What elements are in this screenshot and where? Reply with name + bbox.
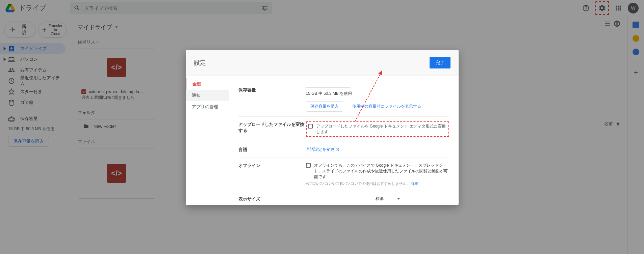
storage-usage: 15 GB 中 50.3 MB を使用: [306, 91, 449, 96]
convert-checkbox[interactable]: [308, 124, 313, 129]
storage-bar: [306, 87, 350, 88]
offline-checkbox[interactable]: [306, 163, 311, 168]
setting-offline: オフライン オフラインでも、このデバイスで Google ドキュメント、スプレッ…: [238, 158, 449, 191]
view-storage-link[interactable]: 使用中の容量順にファイルを表示する: [352, 104, 421, 109]
dialog-content: 保存容量 15 GB 中 50.3 MB を使用 保存容量を購入 使用中の容量順…: [229, 76, 459, 205]
buy-storage-link[interactable]: 保存容量を購入: [306, 101, 343, 112]
setting-convert: アップロードしたファイルを変換する アップロードしたファイルを Google ド…: [238, 117, 449, 142]
dialog-nav-notifications[interactable]: 通知: [186, 90, 229, 101]
setting-language: 言語 言語設定を変更: [238, 142, 449, 158]
open-external-icon: [335, 148, 339, 151]
density-select[interactable]: 標準: [306, 196, 449, 202]
offline-details-link[interactable]: 詳細: [411, 181, 418, 186]
modal-overlay: 設定 完了 全般 通知 アプリの管理 保存容量 15 GB 中 50.3 MB …: [0, 0, 644, 254]
setting-storage: 保存容量 15 GB 中 50.3 MB を使用 保存容量を購入 使用中の容量順…: [238, 82, 449, 117]
dialog-title: 設定: [194, 59, 206, 67]
dialog-nav-general[interactable]: 全般: [186, 78, 229, 90]
done-button[interactable]: 完了: [430, 57, 450, 68]
dialog-header: 設定 完了: [186, 50, 459, 76]
change-language-link[interactable]: 言語設定を変更: [306, 147, 339, 152]
chevron-down-icon: [397, 198, 400, 200]
dialog-nav: 全般 通知 アプリの管理: [186, 76, 229, 205]
settings-dialog: 設定 完了 全般 通知 アプリの管理 保存容量 15 GB 中 50.3 MB …: [186, 50, 459, 205]
setting-density: 表示サイズ 標準: [238, 191, 449, 205]
dialog-nav-apps[interactable]: アプリの管理: [186, 101, 229, 113]
